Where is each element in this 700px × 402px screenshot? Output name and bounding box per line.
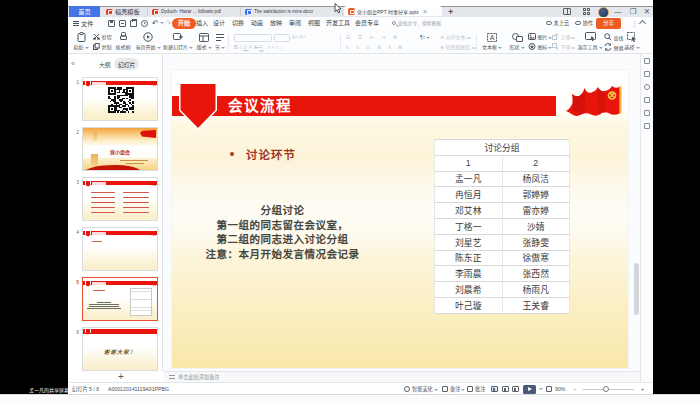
vertical-scrollbar[interactable] xyxy=(634,263,639,315)
layout-button[interactable]: 版式 xyxy=(195,30,213,50)
text-direction-button[interactable]: ¶↕ xyxy=(420,33,430,42)
ribbon-tab-10[interactable]: 会员专享 xyxy=(355,17,379,31)
fit-window-icon[interactable] xyxy=(546,386,552,392)
export-icon[interactable] xyxy=(119,20,126,27)
sorter-view-icon[interactable] xyxy=(502,386,509,392)
ribbon-tab-2[interactable]: 插入 xyxy=(196,17,208,31)
comments-icon[interactable] xyxy=(467,386,473,392)
zoom-slider-knob[interactable] xyxy=(603,386,609,392)
presentation-tools-button[interactable]: 演示工具 xyxy=(576,30,604,50)
play-from-current-button[interactable]: 当页开始 xyxy=(135,30,161,50)
zoom-level[interactable]: 90% xyxy=(555,383,565,395)
tab-document-2[interactable]: Dyduch- Hazar ... followin.pdf xyxy=(148,7,241,16)
replace-button[interactable]: 替换 xyxy=(604,43,628,52)
icon-library-button[interactable]: 图标 xyxy=(528,43,552,52)
file-menu[interactable]: 文件 xyxy=(73,17,93,31)
comments-toggle[interactable]: 批注 xyxy=(475,383,485,395)
slide-thumbnail-2[interactable]: 党小组会 xyxy=(82,127,158,171)
close-tab-icon[interactable]: × xyxy=(423,8,427,15)
zoom-in-button[interactable]: + xyxy=(641,383,644,395)
table-row: 陈东正徐傲寒 xyxy=(435,250,570,266)
save-icon[interactable] xyxy=(108,20,115,27)
tab-document-4[interactable]: 党小组会PPT 时事分享.pptx× xyxy=(344,6,442,16)
list-indent-buttons[interactable]: ☰ ☰ ⇤ ⇥ ≣ xyxy=(346,33,400,42)
tab-document-3[interactable]: The satisfaction is mine.docx xyxy=(241,7,343,16)
layers-icon[interactable] xyxy=(644,97,650,103)
table-title-row: 讨论分组 xyxy=(435,140,570,156)
font-style-buttons[interactable]: BIUASA x²x₂ xyxy=(234,43,284,52)
close-button[interactable]: ✕ xyxy=(642,6,652,17)
notes-toggle-icon[interactable] xyxy=(442,386,448,392)
beautify-icon[interactable] xyxy=(404,386,410,392)
discussion-groups-table[interactable]: 讨论分组12孟一凡杨凤洁冉恒月郭婷婷邓艾林雷亦婷丁格一沙婧刘星艺张静雯陈东正徐傲… xyxy=(434,139,570,314)
cloud-status[interactable]: 未上云 xyxy=(546,17,569,31)
settings-icon[interactable] xyxy=(644,71,650,77)
notes-toggle[interactable]: 备注 xyxy=(450,383,465,395)
redo-button[interactable]: ↷ xyxy=(165,17,172,31)
move-down-button[interactable]: 下移 xyxy=(552,43,575,52)
image-tool-icon[interactable] xyxy=(644,110,650,116)
play-options-caret[interactable] xyxy=(539,388,543,390)
minimize-button[interactable]: — xyxy=(613,6,623,17)
ribbon-tab-4[interactable]: 切换 xyxy=(232,17,244,31)
picture-button[interactable]: 图片 xyxy=(528,33,552,42)
tab-outline[interactable]: 大纲 xyxy=(99,60,111,69)
collapse-ribbon-icon[interactable] xyxy=(639,19,646,26)
new-tab-button[interactable]: + xyxy=(448,7,453,17)
to-smartart-button[interactable]: ⊕ 转智能图形 xyxy=(440,43,476,52)
paste-button[interactable]: 粘贴 xyxy=(70,30,92,50)
textbox-button[interactable]: A文本框 xyxy=(480,30,504,50)
undo-button[interactable]: ↶ xyxy=(152,17,164,31)
ribbon-tab-3[interactable]: 设计 xyxy=(213,17,225,31)
normal-view-icon[interactable] xyxy=(491,386,498,392)
slide-thumbnail-3[interactable] xyxy=(82,177,158,221)
slide-thumbnail-5[interactable] xyxy=(82,277,158,321)
ribbon-tab-9[interactable]: 开发工具 xyxy=(326,17,350,31)
format-painter-button[interactable]: 格式刷 xyxy=(112,30,134,50)
chart-tool-icon[interactable] xyxy=(644,123,650,129)
print-icon[interactable] xyxy=(130,20,137,27)
star-icon[interactable] xyxy=(644,84,650,90)
zoom-out-button[interactable]: − xyxy=(573,383,576,395)
notes-bar[interactable]: 单击此处添加备注 xyxy=(164,371,640,382)
align-text-button[interactable]: ⊜ 对齐文本 xyxy=(440,33,471,42)
font-family-select[interactable]: A˄ A˅ xyxy=(234,33,306,42)
collaborate-button[interactable]: 协作 xyxy=(575,17,593,31)
share-button[interactable]: 分享 xyxy=(596,18,621,29)
properties-icon[interactable] xyxy=(644,58,650,64)
ribbon-tab-6[interactable]: 放映 xyxy=(270,17,282,31)
slide-thumbnail-6[interactable]: 谢谢大家！ xyxy=(82,327,158,371)
ribbon-tab-5[interactable]: 动画 xyxy=(251,17,263,31)
tab-document-1[interactable]: 稻壳模板 xyxy=(102,7,148,16)
tab-slides[interactable]: 幻灯片 xyxy=(114,58,139,70)
move-up-button[interactable]: 上移 xyxy=(552,33,575,42)
slide-body-text[interactable]: 分组讨论第一组的同志留在会议室，第二组的同志进入讨论分组注意：本月开始发言情况会… xyxy=(182,203,383,261)
preview-icon[interactable] xyxy=(141,20,148,27)
collapse-panel-button[interactable]: « xyxy=(71,60,75,67)
align-buttons[interactable]: ≡ ≡ ≡ ≣ ⫴ ⊞ xyxy=(346,43,405,52)
beautify-button[interactable]: 智能美化 xyxy=(412,383,438,395)
shapes-button[interactable]: 形状 xyxy=(506,30,528,50)
slide-thumbnail-4[interactable] xyxy=(82,227,158,271)
split-view-icon[interactable] xyxy=(563,8,571,15)
find-button[interactable]: 查找 xyxy=(604,33,623,42)
ribbon-tab-8[interactable]: 视图 xyxy=(308,17,320,31)
section-button[interactable]: 节 xyxy=(214,30,226,50)
slide-thumbnail-1[interactable] xyxy=(82,77,158,121)
new-slide-button[interactable]: 新建幻灯片 xyxy=(162,30,194,50)
ribbon-tab-7[interactable]: 审阅 xyxy=(289,17,301,31)
apps-grid-icon[interactable] xyxy=(583,8,591,15)
ribbon-tab-start[interactable]: 开始 xyxy=(172,18,196,29)
copy-button[interactable]: 复制 xyxy=(93,43,111,52)
tab-home[interactable]: 首页 xyxy=(69,6,100,17)
search-input[interactable]: 查找命令、搜索模板 xyxy=(392,17,441,31)
add-slide-button[interactable]: + xyxy=(118,371,124,382)
slideshow-play-button[interactable] xyxy=(523,385,536,394)
slide-title[interactable]: 会议流程 xyxy=(228,96,292,116)
slide-section-heading[interactable]: 讨论环节 xyxy=(246,146,296,162)
slide-canvas[interactable]: 会议流程 讨论环节 分组讨论第一组的同志留在会议室，第二组的同志进入讨论分组注意… xyxy=(172,70,628,368)
restore-button[interactable]: ❐ xyxy=(628,6,638,17)
more-options-icon[interactable]: ⋮ xyxy=(631,17,638,31)
reading-view-icon[interactable] xyxy=(512,386,519,392)
cut-button[interactable]: 剪切 xyxy=(93,33,111,42)
